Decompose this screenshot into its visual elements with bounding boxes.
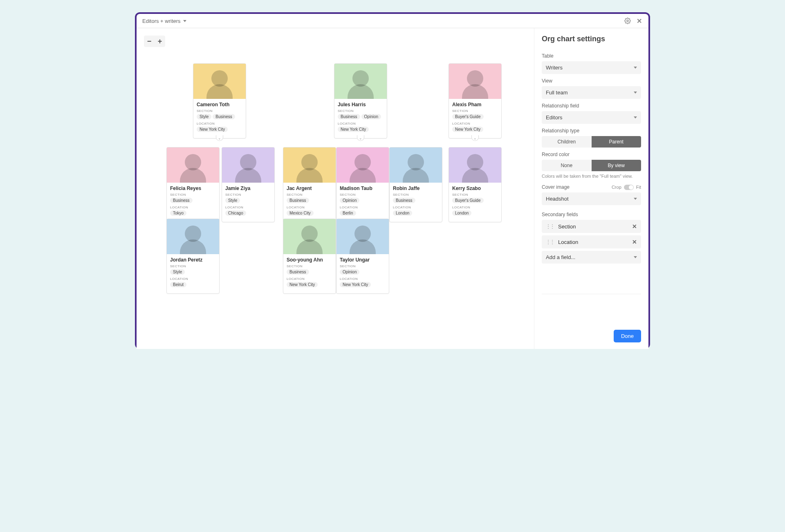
avatar-icon: [461, 150, 489, 183]
modal-header: Editors + writers ✕: [137, 14, 648, 28]
avatar-icon: [295, 221, 324, 254]
avatar-container: [283, 148, 336, 183]
chevron-down-icon: [634, 256, 637, 258]
person-card[interactable]: Jamie ZiyaSECTIONStyleLOCATIONChicago: [222, 147, 275, 222]
location-tag: London: [452, 210, 471, 216]
gear-icon[interactable]: [624, 17, 631, 25]
person-name: Alexis Pham: [452, 102, 498, 107]
record-color-toggle-option[interactable]: None: [542, 160, 592, 171]
avatar-container: [336, 219, 389, 254]
record-color-label: Record color: [542, 152, 641, 157]
person-card[interactable]: Jac ArgentSECTIONBusinessLOCATIONMexico …: [283, 147, 336, 222]
section-label: SECTION: [338, 109, 384, 113]
view-select[interactable]: Full team: [542, 86, 641, 99]
view-select-value: Full team: [546, 89, 567, 96]
person-name: Kerry Szabo: [452, 186, 498, 191]
avatar-icon: [295, 150, 324, 183]
section-tag: Business: [338, 114, 360, 119]
person-name: Cameron Toth: [197, 102, 242, 107]
expand-children-button[interactable]: ⌄: [216, 135, 223, 141]
location-label: LOCATION: [393, 206, 439, 209]
avatar-icon: [234, 150, 262, 183]
avatar-icon: [346, 66, 375, 99]
done-button[interactable]: Done: [614, 330, 641, 342]
section-tag: Opinion: [340, 198, 359, 203]
person-card[interactable]: Cameron TothSECTIONStyleBusinessLOCATION…: [193, 63, 246, 139]
modal-inner: Editors + writers ✕ − +: [137, 14, 648, 349]
person-name: Jordan Peretz: [170, 257, 216, 263]
avatar-container: [283, 219, 336, 254]
rel-type-toggle: ChildrenParent: [542, 136, 641, 148]
avatar-container: [167, 148, 219, 183]
svg-point-0: [627, 20, 628, 22]
avatar-container: [449, 148, 501, 183]
person-card[interactable]: Robin JaffeSECTIONBusinessLOCATIONLondon: [389, 147, 442, 222]
remove-field-icon[interactable]: ✕: [632, 223, 637, 230]
avatar-icon: [348, 150, 377, 183]
drag-handle-icon[interactable]: ⋮⋮: [546, 239, 554, 245]
section-label: SECTION: [170, 264, 216, 268]
location-label: LOCATION: [340, 277, 386, 281]
chevron-down-icon: [634, 198, 637, 200]
person-card[interactable]: Felicia ReyesSECTIONBusinessLOCATIONToky…: [166, 147, 220, 222]
location-tag: Mexico City: [287, 210, 314, 216]
section-tag: Style: [225, 198, 240, 203]
person-card[interactable]: Alexis PhamSECTIONBuyer's GuideLOCATIONN…: [449, 63, 502, 139]
chevron-down-icon: [634, 67, 637, 69]
person-name: Taylor Ungar: [340, 257, 386, 263]
rel-type-toggle-option[interactable]: Parent: [592, 136, 641, 148]
person-card[interactable]: Taylor UngarSECTIONOpinionLOCATIONNew Yo…: [336, 219, 389, 294]
location-label: LOCATION: [197, 122, 242, 125]
section-tag: Opinion: [340, 269, 359, 275]
switch-icon: [624, 185, 634, 190]
zoom-in-button[interactable]: +: [155, 36, 165, 47]
location-tag: New York City: [452, 127, 483, 132]
cover-image-value: Headshot: [546, 196, 569, 202]
drag-handle-icon[interactable]: ⋮⋮: [546, 224, 554, 229]
section-tag: Style: [170, 269, 185, 275]
record-color-toggle: NoneBy view: [542, 160, 641, 171]
fit-label: Fit: [636, 185, 641, 190]
secondary-field-chip[interactable]: ⋮⋮Location✕: [542, 235, 641, 248]
avatar-icon: [205, 66, 234, 99]
avatar-container: [336, 148, 389, 183]
close-icon[interactable]: ✕: [635, 17, 643, 25]
org-chart-canvas[interactable]: − + Cameron TothSECTIONStyleBusinessLOCA…: [137, 28, 534, 349]
expand-children-button[interactable]: ⌄: [357, 135, 364, 141]
person-name: Jac Argent: [287, 186, 332, 191]
person-card[interactable]: Soo-young AhnSECTIONBusinessLOCATIONNew …: [283, 219, 336, 294]
record-color-toggle-option[interactable]: By view: [592, 160, 641, 171]
section-label: SECTION: [340, 264, 386, 268]
crop-fit-toggle[interactable]: Crop Fit: [612, 185, 641, 190]
location-label: LOCATION: [170, 277, 216, 281]
record-color-hint: Colors will be taken from the "Full team…: [542, 174, 641, 179]
avatar-icon: [179, 150, 207, 183]
avatar-container: [222, 148, 274, 183]
location-tag: New York City: [338, 127, 369, 132]
cover-image-select[interactable]: Headshot: [542, 192, 641, 205]
section-label: SECTION: [287, 264, 332, 268]
location-label: LOCATION: [340, 206, 386, 209]
sidebar-title: Org chart settings: [542, 35, 641, 43]
zoom-out-button[interactable]: −: [144, 36, 155, 47]
secondary-field-chip[interactable]: ⋮⋮Section✕: [542, 220, 641, 233]
person-card[interactable]: Kerry SzaboSECTIONBuyer's GuideLOCATIONL…: [449, 147, 502, 222]
person-card[interactable]: Jules HarrisSECTIONBusinessOpinionLOCATI…: [334, 63, 387, 139]
crop-label: Crop: [612, 185, 621, 190]
avatar-icon: [348, 221, 377, 254]
add-field-select[interactable]: Add a field...: [542, 251, 641, 264]
location-label: LOCATION: [452, 122, 498, 125]
rel-type-toggle-option[interactable]: Children: [542, 136, 592, 148]
person-card[interactable]: Jordan PeretzSECTIONStyleLOCATIONBeirut: [166, 219, 220, 294]
rel-field-select[interactable]: Editors: [542, 111, 641, 124]
section-label: SECTION: [170, 193, 216, 197]
view-title[interactable]: Editors + writers: [142, 18, 186, 24]
section-label: SECTION: [452, 109, 498, 113]
view-title-text: Editors + writers: [142, 18, 181, 24]
table-select[interactable]: Writers: [542, 61, 641, 74]
avatar-container: [449, 64, 501, 99]
expand-children-button[interactable]: ⌄: [471, 135, 479, 141]
person-card[interactable]: Madison TaubSECTIONOpinionLOCATIONBerlin: [336, 147, 389, 222]
remove-field-icon[interactable]: ✕: [632, 239, 637, 245]
section-label: SECTION: [287, 193, 332, 197]
